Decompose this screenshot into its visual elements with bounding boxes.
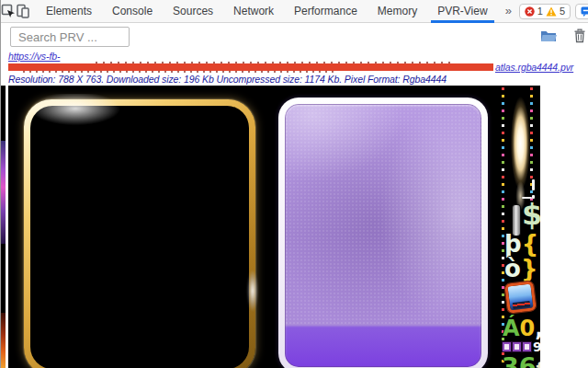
pvr-preview-area: $ þ{ ò} Á0, 9 36f (1, 86, 588, 368)
pvr-url-link-tail[interactable]: atlas.rgba4444.pvr (495, 62, 573, 73)
devtools-window: Elements Console Sources Network Perform… (0, 0, 588, 368)
glyph-thorn: þ (504, 230, 522, 258)
tab-network[interactable]: Network (223, 0, 284, 23)
message-icon (581, 6, 588, 17)
square-sprite (523, 342, 531, 351)
glyph-nine: 9 (533, 340, 540, 353)
error-count: 1 (537, 6, 543, 17)
sliver-orange-fragment (1, 313, 6, 368)
inspect-element-icon[interactable] (1, 0, 16, 22)
glyph-o-grave: ò (504, 255, 521, 282)
tab-performance[interactable]: Performance (284, 0, 368, 23)
tick-mark (532, 179, 535, 190)
tv-icon (504, 281, 537, 314)
trash-icon[interactable] (571, 27, 588, 45)
search-input[interactable] (10, 27, 130, 47)
tab-memory[interactable]: Memory (368, 0, 427, 23)
tab-pvr-view[interactable]: PVR-View (427, 0, 497, 23)
atlas-glyph-dollar: $ (522, 200, 540, 229)
error-icon (525, 6, 535, 17)
atlas-glyph-thorn-brace: þ{ (504, 232, 538, 256)
file-info-block: https://vs-fb- atlas.rgba4444.pvr Resolu… (8, 51, 587, 85)
glyph-close-brace: } (521, 255, 538, 282)
tab-console[interactable]: Console (102, 0, 163, 23)
devtools-toolbar: Elements Console Sources Network Perform… (1, 0, 588, 23)
tab-elements[interactable]: Elements (36, 0, 102, 23)
glyph-zero: 0 (520, 316, 536, 341)
purple-card-inner (285, 104, 481, 367)
gold-card-silver-smudge (247, 270, 258, 312)
devtools-tabs: Elements Console Sources Network Perform… (36, 0, 519, 23)
glyph-comma: , (535, 316, 540, 341)
toolbar-right-cluster: 1 5 2 ⚙ ⋮ ✕ (519, 0, 588, 22)
pvr-url-line2: atlas.rgba4444.pvr (8, 62, 587, 73)
pvr-panel-toolbar (1, 23, 588, 51)
issues-badge[interactable]: 2 (575, 4, 588, 19)
glyph-f: f (537, 358, 540, 368)
tab-sources[interactable]: Sources (163, 0, 223, 23)
glyph-36: 36 (502, 352, 537, 368)
pvr-url-link-line1[interactable]: https://vs-fb- (8, 51, 587, 62)
error-warning-badge[interactable]: 1 5 (519, 4, 571, 19)
glyph-open-brace: { (522, 230, 539, 258)
pvr-image-canvas: $ þ{ ò} Á0, 9 36f (8, 86, 540, 368)
gold-card-inner (30, 106, 249, 368)
atlas-glyph-a0: Á0, (503, 317, 540, 339)
redaction-bar (8, 63, 493, 71)
atlas-gold-card-frame (24, 99, 255, 368)
file-meta-text: Resolution: 788 X 763. Downloaded size: … (8, 74, 587, 85)
square-sprite (503, 342, 511, 351)
sliver-purple-fragment (1, 141, 6, 244)
warning-icon (546, 6, 557, 17)
atlas-left-sliver (1, 86, 6, 368)
atlas-glyph-o-brace: ò} (504, 257, 537, 281)
glyph-a-acute: Á (503, 316, 520, 341)
atlas-glyph-36f: 36f (502, 354, 540, 368)
atlas-purple-card (278, 98, 488, 368)
square-sprite (513, 342, 521, 351)
tv-icon-base (513, 301, 531, 309)
device-toolbar-icon[interactable] (16, 0, 30, 22)
warning-count: 5 (560, 6, 565, 17)
open-folder-icon[interactable] (539, 27, 558, 45)
more-tabs-button[interactable]: » (498, 0, 519, 23)
atlas-squares-row: 9 (503, 340, 540, 353)
